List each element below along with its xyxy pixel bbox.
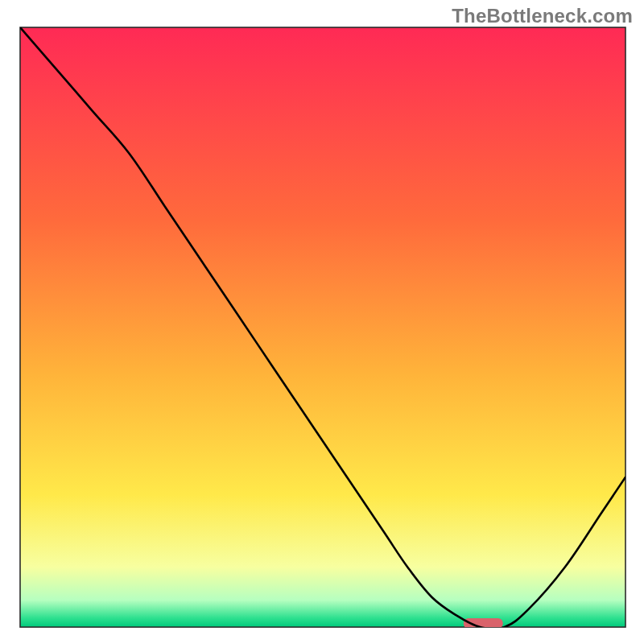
- chart-stage: TheBottleneck.com: [0, 0, 644, 644]
- bottleneck-chart: [0, 0, 644, 644]
- watermark-text: TheBottleneck.com: [452, 5, 633, 27]
- plot-background: [20, 27, 625, 627]
